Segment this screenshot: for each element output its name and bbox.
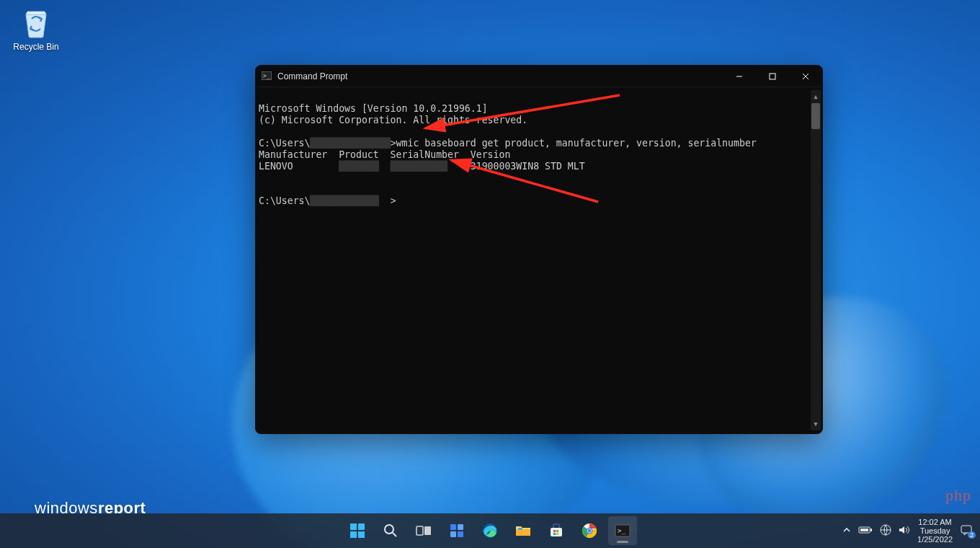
svg-rect-15 bbox=[424, 526, 431, 535]
svg-rect-26 bbox=[553, 533, 556, 535]
network-icon[interactable] bbox=[880, 524, 891, 537]
svg-point-12 bbox=[385, 525, 393, 534]
folder-icon bbox=[515, 524, 531, 537]
tray-chevron-icon[interactable] bbox=[842, 526, 851, 536]
svg-rect-25 bbox=[556, 530, 558, 532]
search-icon bbox=[383, 523, 398, 538]
window-controls bbox=[723, 66, 822, 87]
output-header: Manufacturer Product SerialNumber Versio… bbox=[259, 149, 510, 160]
svg-rect-24 bbox=[553, 530, 556, 532]
recycle-bin[interactable]: Recycle Bin bbox=[9, 4, 63, 52]
recycle-bin-icon bbox=[20, 4, 52, 39]
svg-rect-16 bbox=[450, 524, 456, 530]
svg-rect-35 bbox=[860, 529, 868, 531]
battery-icon[interactable] bbox=[858, 526, 873, 536]
svg-text:>_: >_ bbox=[263, 73, 270, 79]
output-version: 31900003WIN8 STD MLT bbox=[471, 161, 585, 172]
svg-rect-11 bbox=[358, 531, 365, 538]
redacted-username: ██████████████ bbox=[310, 138, 390, 149]
edge-icon bbox=[482, 523, 498, 539]
search-button[interactable] bbox=[376, 516, 405, 545]
explorer-button[interactable] bbox=[509, 516, 538, 545]
minimize-button[interactable] bbox=[723, 66, 756, 87]
svg-rect-27 bbox=[556, 533, 558, 535]
svg-rect-10 bbox=[350, 531, 357, 538]
watermark-php: php bbox=[945, 486, 971, 505]
prompt-cursor: > bbox=[379, 195, 396, 206]
store-button[interactable] bbox=[542, 516, 571, 545]
redacted-product: ███████ bbox=[339, 161, 379, 172]
terminal-line: (c) Microsoft Corporation. All rights re… bbox=[259, 115, 527, 125]
prompt-path: C:\Users\ bbox=[259, 195, 310, 206]
notifications-button[interactable]: 2 bbox=[960, 524, 973, 537]
window-title: Command Prompt bbox=[277, 71, 347, 81]
prompt-command: >wmic baseboard get product, manufacture… bbox=[391, 138, 757, 149]
terminal-body[interactable]: Microsoft Windows [Version 10.0.21996.1]… bbox=[256, 87, 822, 433]
terminal-line: Microsoft Windows [Version 10.0.21996.1] bbox=[259, 103, 488, 114]
store-icon bbox=[548, 523, 564, 539]
svg-rect-14 bbox=[416, 526, 423, 535]
svg-rect-22 bbox=[518, 528, 522, 530]
close-button[interactable] bbox=[789, 66, 822, 87]
clock-time: 12:02 AM bbox=[917, 518, 953, 526]
redacted-serial: ██████████ bbox=[391, 161, 447, 172]
clock[interactable]: 12:02 AM Tuesday 1/25/2022 bbox=[917, 518, 953, 544]
cmd-taskbar-button[interactable]: >_ bbox=[608, 516, 637, 545]
cmd-icon: >_ bbox=[615, 524, 631, 537]
desktop: Recycle Bin windowsreport php >_ Command… bbox=[0, 0, 980, 548]
svg-point-31 bbox=[588, 529, 592, 533]
widgets-button[interactable] bbox=[442, 516, 471, 545]
svg-line-13 bbox=[393, 533, 396, 536]
widgets-icon bbox=[449, 523, 465, 539]
svg-rect-3 bbox=[770, 74, 775, 79]
svg-rect-19 bbox=[458, 531, 463, 537]
svg-rect-9 bbox=[358, 523, 365, 530]
taskbar-center: >_ bbox=[343, 516, 637, 545]
start-button[interactable] bbox=[343, 516, 372, 545]
svg-rect-17 bbox=[458, 524, 463, 530]
redacted-username: ████████████ bbox=[310, 195, 378, 206]
scrollbar-thumb[interactable] bbox=[811, 103, 820, 129]
svg-rect-18 bbox=[450, 531, 456, 537]
prompt-path: C:\Users\ bbox=[259, 138, 310, 149]
svg-text:>_: >_ bbox=[618, 527, 625, 534]
clock-date: 1/25/2022 bbox=[917, 535, 953, 544]
edge-button[interactable] bbox=[476, 516, 504, 545]
volume-icon[interactable] bbox=[899, 525, 910, 536]
svg-rect-36 bbox=[870, 529, 872, 531]
svg-rect-21 bbox=[516, 529, 530, 536]
command-prompt-window[interactable]: >_ Command Prompt Microsoft Windows [Ver… bbox=[255, 65, 823, 434]
maximize-button[interactable] bbox=[756, 66, 789, 87]
notification-count: 2 bbox=[968, 531, 976, 539]
task-view-icon bbox=[416, 524, 432, 537]
scroll-up-icon[interactable]: ▲ bbox=[811, 92, 821, 102]
taskbar: >_ 12:02 AM Tuesday 1/25/2022 2 bbox=[0, 513, 980, 548]
svg-rect-8 bbox=[350, 523, 357, 530]
task-view-button[interactable] bbox=[409, 516, 438, 545]
chrome-icon bbox=[582, 523, 597, 539]
recycle-bin-label: Recycle Bin bbox=[9, 42, 63, 52]
output-manufacturer: LENOVO bbox=[259, 161, 339, 172]
scroll-down-icon[interactable]: ▼ bbox=[811, 419, 821, 429]
chrome-button[interactable] bbox=[575, 516, 604, 545]
system-tray: 12:02 AM Tuesday 1/25/2022 2 bbox=[842, 518, 973, 544]
cmd-icon: >_ bbox=[262, 70, 272, 83]
start-icon bbox=[349, 523, 365, 539]
clock-day: Tuesday bbox=[917, 526, 953, 535]
scrollbar[interactable]: ▲ ▼ bbox=[811, 90, 821, 430]
titlebar[interactable]: >_ Command Prompt bbox=[256, 66, 822, 87]
